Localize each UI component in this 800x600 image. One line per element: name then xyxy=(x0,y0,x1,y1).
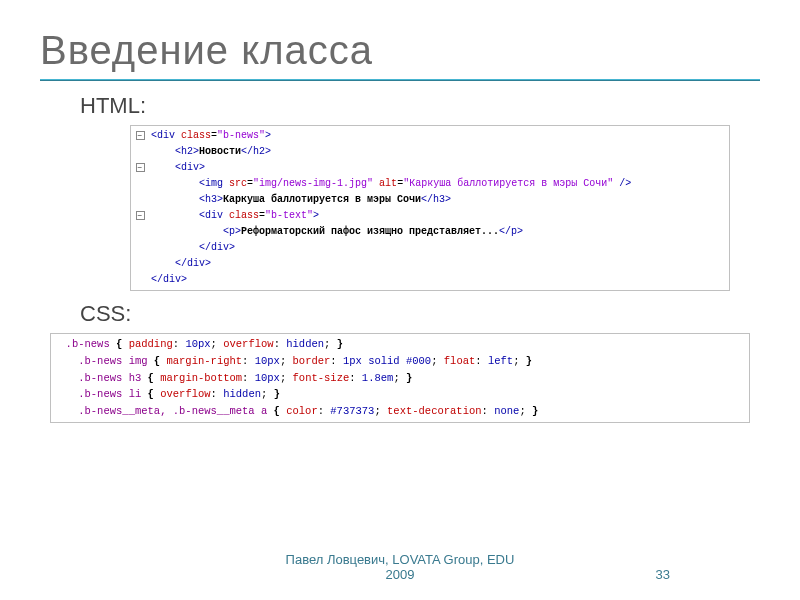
attr: class xyxy=(181,130,211,141)
footer-author: Павел Ловцевич, LOVATA Group, EDU xyxy=(286,552,515,567)
value: "b-news" xyxy=(217,130,265,141)
fold-icon: − xyxy=(136,131,145,140)
code-line: .b-news li { overflow: hidden; } xyxy=(53,386,747,403)
code-line: − <div> xyxy=(133,160,727,176)
title-underline xyxy=(40,79,760,81)
section-css-label: CSS: xyxy=(80,301,760,327)
code-line: </div> xyxy=(133,240,727,256)
code-line: − <div class="b-text"> xyxy=(133,208,727,224)
code-line: </div> xyxy=(133,272,727,288)
css-code-box: .b-news { padding: 10px; overflow: hidde… xyxy=(50,333,750,423)
code-line: .b-news__meta, .b-news__meta a { color: … xyxy=(53,403,747,420)
code-line: .b-news h3 { margin-bottom: 10px; font-s… xyxy=(53,370,747,387)
code-line: −<div class="b-news"> xyxy=(133,128,727,144)
slide: Введение класса HTML: −<div class="b-new… xyxy=(0,0,800,600)
fold-icon: − xyxy=(136,211,145,220)
code-line: </div> xyxy=(133,256,727,272)
code-line: <h2>Новости</h2> xyxy=(133,144,727,160)
code-line: <img src="img/news-img-1.jpg" alt="Карку… xyxy=(133,176,727,192)
tag: <div xyxy=(151,130,181,141)
footer-year: 2009 xyxy=(386,567,415,582)
page-number: 33 xyxy=(656,567,670,582)
code-line: <p>Реформаторский пафос изящно представл… xyxy=(133,224,727,240)
code-line: <h3>Каркуша баллотируется в мэры Сочи</h… xyxy=(133,192,727,208)
fold-icon: − xyxy=(136,163,145,172)
code-line: .b-news { padding: 10px; overflow: hidde… xyxy=(53,336,747,353)
slide-title: Введение класса xyxy=(40,28,760,73)
code-line: .b-news img { margin-right: 10px; border… xyxy=(53,353,747,370)
footer: Павел Ловцевич, LOVATA Group, EDU 2009 xyxy=(0,552,800,582)
section-html-label: HTML: xyxy=(80,93,760,119)
html-code-box: −<div class="b-news"> <h2>Новости</h2> −… xyxy=(130,125,730,291)
